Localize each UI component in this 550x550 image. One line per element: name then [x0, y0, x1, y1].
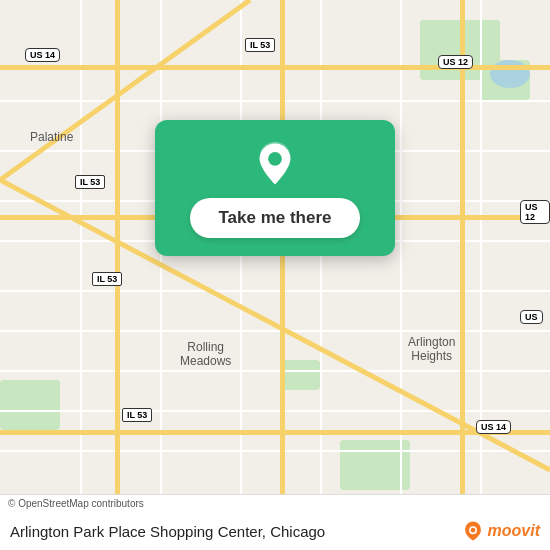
green-area: [280, 360, 320, 390]
route-badge-us-right: US: [520, 310, 543, 324]
svg-point-4: [268, 152, 282, 166]
map-background: Palatine RollingMeadows ArlingtonHeights…: [0, 0, 550, 550]
road: [80, 0, 82, 550]
road: [320, 0, 322, 550]
destination-label: Arlington Park Place Shopping Center, Ch…: [10, 523, 454, 540]
road: [0, 410, 550, 412]
destination-row: Arlington Park Place Shopping Center, Ch…: [0, 512, 550, 550]
map-attribution: © OpenStreetMap contributors: [0, 495, 550, 512]
highway: [460, 0, 465, 550]
road: [0, 100, 550, 102]
route-badge-il53-top: IL 53: [245, 38, 275, 52]
highway: [0, 65, 550, 70]
road: [0, 330, 550, 332]
diagonal-road: [0, 0, 550, 550]
popup-card: Take me there: [155, 120, 395, 256]
road: [0, 450, 550, 452]
road: [0, 290, 550, 292]
highway: [0, 430, 550, 435]
city-label-rolling-meadows: RollingMeadows: [180, 340, 231, 368]
moovit-logo: moovit: [462, 520, 540, 542]
bottom-bar: © OpenStreetMap contributors Arlington P…: [0, 494, 550, 550]
road: [400, 0, 402, 550]
route-badge-us12-mid: US 12: [520, 200, 550, 224]
green-area: [0, 380, 60, 430]
moovit-brand-label: moovit: [488, 522, 540, 540]
road: [480, 0, 482, 550]
road: [0, 370, 550, 372]
location-pin-icon: [251, 140, 299, 188]
take-me-there-button[interactable]: Take me there: [190, 198, 359, 238]
moovit-pin-icon: [462, 520, 484, 542]
city-label-palatine: Palatine: [30, 130, 73, 144]
svg-point-6: [470, 528, 475, 533]
city-label-arlington-heights: ArlingtonHeights: [408, 335, 455, 363]
map-container: Palatine RollingMeadows ArlingtonHeights…: [0, 0, 550, 550]
highway: [115, 0, 120, 550]
road: [160, 0, 162, 550]
route-badge-us14-top: US 14: [25, 48, 60, 62]
highway: [280, 0, 285, 550]
road: [240, 0, 242, 550]
